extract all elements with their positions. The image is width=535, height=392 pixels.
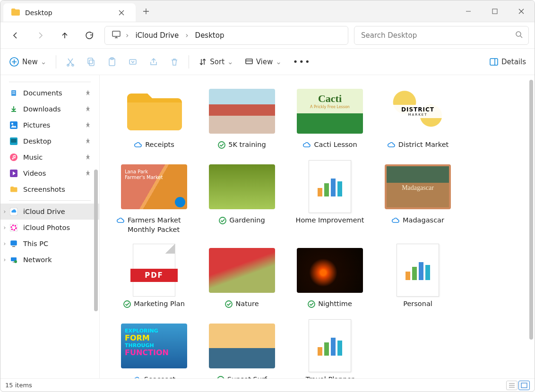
maximize-button[interactable]	[482, 0, 508, 22]
file-name: Seacoast	[144, 375, 175, 378]
document-thumbnail	[309, 319, 351, 372]
back-button[interactable]	[6, 26, 25, 45]
forward-button[interactable]	[31, 26, 50, 45]
file-item[interactable]: Receipts	[114, 85, 194, 151]
window-controls	[455, 0, 535, 22]
chevron-right-icon[interactable]: ›	[1, 240, 8, 247]
paste-button[interactable]	[103, 52, 121, 71]
icons-view-toggle[interactable]	[518, 381, 530, 390]
more-button[interactable]: •••	[288, 52, 316, 71]
svg-point-31	[218, 142, 225, 148]
minimize-button[interactable]	[455, 0, 482, 22]
file-name: Sunset Surf	[227, 375, 267, 378]
svg-point-38	[225, 301, 232, 307]
file-item[interactable]: CactiA Prickly Free Lesson Cacti Lesson	[290, 85, 370, 151]
new-tab-button[interactable]	[139, 8, 153, 15]
file-item[interactable]: Lana ParkFarmer's Market Farmers Market …	[114, 160, 194, 234]
file-item[interactable]: PDF Marketing Plan	[114, 244, 194, 310]
content-scrollbar[interactable]	[529, 80, 533, 340]
chevron-right-icon[interactable]: ›	[1, 224, 8, 231]
svg-rect-14	[12, 92, 15, 92]
chevron-right-icon[interactable]: ›	[185, 31, 188, 40]
file-item[interactable]: Gardening	[202, 160, 282, 234]
svg-rect-16	[10, 121, 17, 129]
sidebar-item-label: Music	[23, 153, 43, 161]
svg-rect-46	[324, 342, 329, 356]
file-name: Receipts	[145, 140, 174, 150]
close-button[interactable]	[508, 0, 535, 22]
synced-status-icon	[308, 300, 315, 310]
breadcrumb-segment[interactable]: iCloud Drive	[130, 29, 183, 42]
svg-rect-28	[11, 241, 17, 245]
sidebar-item-this-pc[interactable]: ›This PC	[0, 236, 99, 252]
folder-icon	[9, 185, 18, 194]
svg-rect-7	[88, 58, 93, 64]
synced-status-icon	[217, 376, 224, 378]
chevron-right-icon[interactable]: ›	[1, 256, 8, 263]
breadcrumb[interactable]: › iCloud Drive › Desktop	[104, 26, 348, 45]
file-name: Madagascar	[403, 216, 444, 225]
file-item[interactable]: Nighttime	[290, 244, 370, 310]
svg-rect-0	[492, 9, 497, 14]
sort-button[interactable]: Sort ⌄	[194, 52, 238, 71]
breadcrumb-segment[interactable]: Desktop	[190, 29, 229, 42]
refresh-button[interactable]	[80, 26, 99, 45]
image-thumbnail: CactiA Prickly Free Lesson	[297, 89, 363, 134]
pin-icon	[85, 89, 91, 97]
file-name: Cacti Lesson	[314, 140, 357, 150]
sidebar-item-icloud-drive[interactable]: ›iCloud Drive	[0, 204, 99, 220]
svg-rect-35	[331, 179, 336, 196]
sidebar-item-videos[interactable]: Videos	[0, 165, 99, 181]
synced-status-icon	[218, 141, 225, 151]
sidebar-item-music[interactable]: Music	[0, 149, 99, 165]
image-thumbnail: Madagascar	[385, 164, 451, 209]
content-area[interactable]: Receipts 5K trainingCactiA Prickly Free …	[100, 75, 535, 378]
search-box[interactable]	[354, 26, 529, 45]
file-item[interactable]: Sunset Surf	[202, 319, 282, 378]
cut-button[interactable]	[61, 52, 80, 71]
sidebar-item-label: Network	[23, 256, 52, 264]
sidebar-scrollbar[interactable]	[93, 75, 99, 378]
file-item[interactable]: Nature	[202, 244, 282, 310]
file-item[interactable]: 5K training	[202, 85, 282, 151]
sidebar-item-icloud-photos[interactable]: ›iCloud Photos	[0, 220, 99, 236]
chevron-right-icon[interactable]: ›	[126, 31, 129, 40]
sidebar-item-desktop[interactable]: Desktop	[0, 133, 99, 149]
tab-close-icon[interactable]	[115, 10, 128, 16]
synced-status-icon	[225, 300, 233, 310]
file-item[interactable]: Travel Planner	[290, 319, 370, 378]
svg-point-44	[217, 376, 224, 378]
file-name: Farmers Market Monthly Packet	[128, 216, 192, 234]
cloud-status-icon	[133, 376, 141, 378]
file-item[interactable]: Madagascar Madagascar	[378, 160, 458, 234]
rename-button[interactable]	[123, 52, 142, 71]
sidebar-item-pictures[interactable]: Pictures	[0, 117, 99, 133]
svg-rect-12	[490, 59, 498, 65]
sidebar-item-documents[interactable]: Documents	[0, 85, 99, 101]
icloud-drive-icon	[9, 207, 18, 216]
document-thumbnail	[309, 160, 351, 213]
file-name: Nighttime	[318, 299, 352, 309]
pin-icon	[85, 153, 91, 161]
chevron-right-icon[interactable]: ›	[1, 208, 8, 215]
file-item[interactable]: DISTRICTMARKET District Market	[378, 85, 458, 151]
file-item[interactable]: Personal	[378, 244, 458, 310]
details-button[interactable]: Details	[484, 52, 531, 71]
tab-desktop[interactable]: Desktop	[3, 3, 136, 22]
copy-button[interactable]	[82, 52, 101, 71]
delete-button[interactable]	[165, 52, 184, 71]
view-label: View	[256, 58, 273, 66]
view-button[interactable]: View ⌄	[240, 52, 286, 71]
file-name: Personal	[403, 299, 432, 309]
sidebar-item-screenshots[interactable]: Screenshots	[0, 181, 99, 197]
share-button[interactable]	[144, 52, 163, 71]
file-item[interactable]: Home Improvement	[290, 160, 370, 234]
up-button[interactable]	[55, 26, 74, 45]
status-text: 15 items	[5, 382, 32, 389]
details-view-toggle[interactable]	[506, 381, 518, 390]
file-item[interactable]: EXPLORINGFORMTHROUGHFUNCTION Seacoast	[114, 319, 194, 378]
search-input[interactable]	[360, 31, 515, 40]
sidebar-item-downloads[interactable]: Downloads	[0, 101, 99, 117]
new-button[interactable]: New ⌄	[4, 52, 51, 71]
sidebar-item-network[interactable]: ›Network	[0, 252, 99, 268]
